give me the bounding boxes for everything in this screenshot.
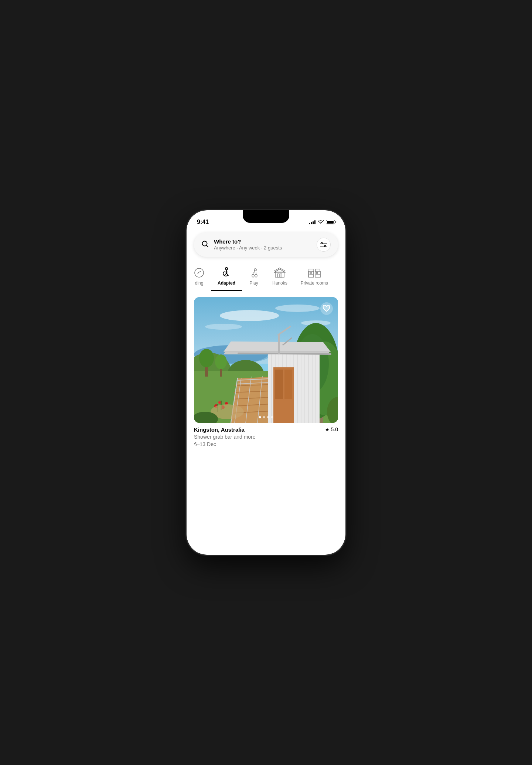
listing-rating: ★ 5.0 xyxy=(325,426,338,432)
play-icon xyxy=(249,267,259,278)
trending-label: ding xyxy=(195,280,204,286)
svg-rect-14 xyxy=(280,274,282,277)
phone-screen: 9:41 xyxy=(187,210,345,555)
dot-3 xyxy=(267,416,269,418)
filter-button[interactable] xyxy=(317,238,331,252)
heart-icon xyxy=(323,305,331,312)
trending-icon xyxy=(194,267,204,278)
svg-rect-13 xyxy=(277,274,279,277)
adapted-icon xyxy=(221,267,232,278)
category-item-private-rooms[interactable]: Private rooms xyxy=(294,264,335,291)
svg-rect-94 xyxy=(284,370,292,399)
svg-line-98 xyxy=(238,353,331,354)
private-rooms-label: Private rooms xyxy=(301,280,328,286)
svg-point-2 xyxy=(324,245,326,247)
listing-header: Kingston, Australia ★ 5.0 xyxy=(194,426,338,433)
rating-value: 5.0 xyxy=(331,426,338,432)
listing-section: Kingston, Australia ★ 5.0 Shower grab ba… xyxy=(194,291,338,447)
svg-point-10 xyxy=(252,274,254,277)
content: Where to? Anywhere · Any week · 2 guests xyxy=(187,229,345,447)
dot-2 xyxy=(263,416,265,418)
play-label: Play xyxy=(249,280,258,286)
svg-marker-96 xyxy=(224,341,331,352)
search-subtitle: Anywhere · Any week · 2 guests xyxy=(214,245,311,251)
svg-point-23 xyxy=(220,310,279,321)
listing-image xyxy=(194,297,338,423)
star-icon: ★ xyxy=(325,427,330,432)
category-item-hanoks[interactable]: Hanoks xyxy=(266,264,294,291)
listing-description: Shower grab bar and more xyxy=(194,434,338,441)
categories: ding Adapted xyxy=(187,264,345,291)
adapted-label: Adapted xyxy=(218,280,235,286)
listing-location: Kingston, Australia xyxy=(194,426,245,433)
private-rooms-icon xyxy=(308,267,321,278)
category-item-play[interactable]: Play xyxy=(242,264,266,291)
image-dots xyxy=(259,416,273,418)
notch xyxy=(243,210,289,223)
status-icons xyxy=(309,220,335,224)
status-time: 9:41 xyxy=(197,219,209,225)
favorite-button[interactable] xyxy=(320,302,333,315)
signal-icon xyxy=(309,220,316,224)
search-title: Where to? xyxy=(214,238,311,245)
svg-point-24 xyxy=(275,305,320,312)
category-item-adapted[interactable]: Adapted xyxy=(211,264,242,291)
hanoks-label: Hanoks xyxy=(272,280,287,286)
search-icon xyxy=(201,240,209,249)
dot-1 xyxy=(259,416,261,418)
battery-icon xyxy=(326,220,335,224)
svg-point-7 xyxy=(195,268,204,277)
listing-info: Kingston, Australia ★ 5.0 Shower grab ba… xyxy=(194,423,338,447)
svg-rect-12 xyxy=(275,272,284,277)
svg-point-11 xyxy=(255,274,257,277)
svg-point-25 xyxy=(205,324,242,330)
listing-dates: 6–13 Dec xyxy=(194,441,338,447)
svg-point-8 xyxy=(225,268,228,270)
listing-card[interactable]: Kingston, Australia ★ 5.0 Shower grab ba… xyxy=(194,297,338,447)
search-bar[interactable]: Where to? Anywhere · Any week · 2 guests xyxy=(194,232,338,257)
hanoks-icon xyxy=(274,267,286,278)
search-text: Where to? Anywhere · Any week · 2 guests xyxy=(214,238,311,251)
svg-rect-19 xyxy=(310,272,311,273)
svg-point-62 xyxy=(199,349,214,367)
svg-point-9 xyxy=(254,269,256,271)
svg-rect-93 xyxy=(275,370,283,399)
dot-4 xyxy=(271,416,273,418)
svg-point-64 xyxy=(215,354,227,369)
svg-point-1 xyxy=(321,242,323,244)
svg-rect-20 xyxy=(316,272,318,273)
phone-frame: 9:41 xyxy=(187,210,345,555)
wifi-icon xyxy=(318,220,324,224)
category-item-trending[interactable]: ding xyxy=(194,264,211,291)
